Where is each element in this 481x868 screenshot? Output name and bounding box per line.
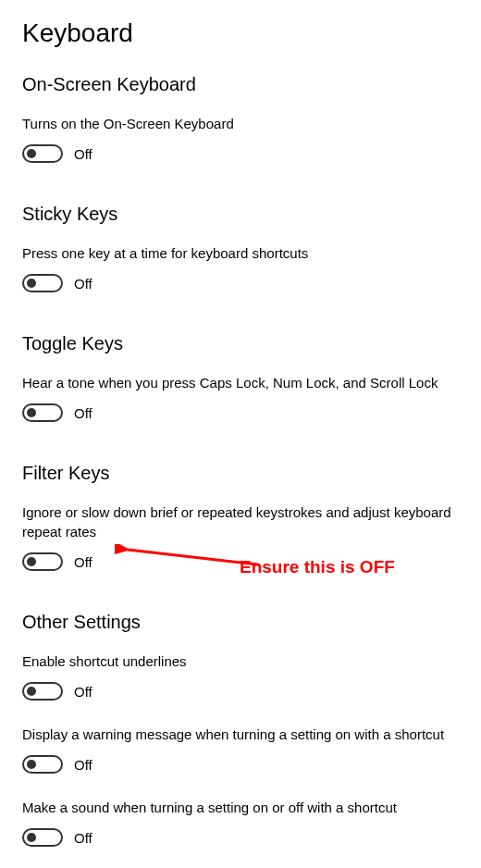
sticky-toggle[interactable] bbox=[22, 274, 63, 292]
togglekeys-toggle[interactable] bbox=[22, 403, 63, 422]
section-sticky-keys: Sticky Keys Press one key at a time for … bbox=[22, 204, 459, 292]
toggle-knob-icon bbox=[27, 408, 36, 417]
sticky-description: Press one key at a time for keyboard sho… bbox=[22, 243, 459, 263]
section-toggle-keys: Toggle Keys Hear a tone when you press C… bbox=[22, 333, 459, 422]
togglekeys-toggle-state: Off bbox=[74, 405, 92, 421]
toggle-knob-icon bbox=[27, 687, 36, 696]
osk-toggle-state: Off bbox=[74, 146, 92, 162]
warning-message-toggle[interactable] bbox=[22, 755, 63, 774]
section-filter-keys: Filter Keys Ignore or slow down brief or… bbox=[22, 463, 459, 571]
section-heading-osk: On-Screen Keyboard bbox=[22, 74, 459, 95]
toggle-knob-icon bbox=[27, 149, 36, 158]
warning-message-toggle-state: Off bbox=[74, 757, 92, 773]
toggle-knob-icon bbox=[27, 557, 36, 566]
section-heading-togglekeys: Toggle Keys bbox=[22, 333, 459, 354]
shortcut-underlines-toggle-state: Off bbox=[74, 684, 92, 700]
shortcut-underlines-toggle[interactable] bbox=[22, 682, 63, 701]
sound-toggle-state: Off bbox=[74, 830, 92, 846]
toggle-knob-icon bbox=[27, 760, 36, 769]
section-other-settings: Other Settings Enable shortcut underline… bbox=[22, 612, 459, 847]
sound-toggle[interactable] bbox=[22, 828, 63, 847]
filter-description: Ignore or slow down brief or repeated ke… bbox=[22, 502, 459, 541]
filter-toggle-state: Off bbox=[74, 554, 92, 570]
sticky-toggle-state: Off bbox=[74, 276, 92, 291]
filter-toggle[interactable] bbox=[22, 552, 63, 571]
section-heading-filter: Filter Keys bbox=[22, 463, 459, 484]
osk-description: Turns on the On-Screen Keyboard bbox=[22, 114, 459, 133]
toggle-knob-icon bbox=[27, 833, 36, 842]
page-title: Keyboard bbox=[22, 19, 459, 48]
osk-toggle[interactable] bbox=[22, 144, 63, 163]
section-heading-sticky: Sticky Keys bbox=[22, 204, 459, 225]
warning-message-description: Display a warning message when turning a… bbox=[22, 725, 459, 744]
section-onscreen-keyboard: On-Screen Keyboard Turns on the On-Scree… bbox=[22, 74, 459, 163]
section-heading-other: Other Settings bbox=[22, 612, 459, 633]
shortcut-underlines-description: Enable shortcut underlines bbox=[22, 651, 459, 671]
toggle-knob-icon bbox=[27, 279, 36, 288]
sound-description: Make a sound when turning a setting on o… bbox=[22, 798, 459, 817]
togglekeys-description: Hear a tone when you press Caps Lock, Nu… bbox=[22, 373, 459, 392]
